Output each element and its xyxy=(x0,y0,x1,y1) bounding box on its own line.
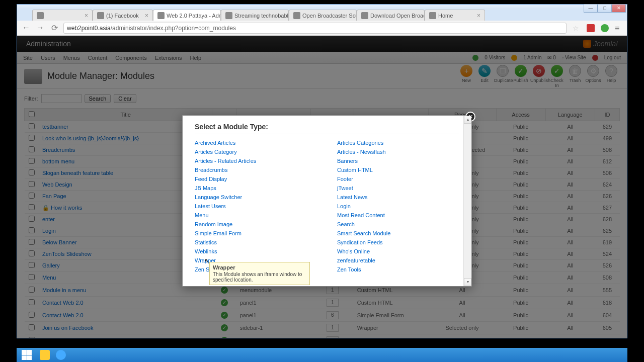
module-type-link[interactable]: Articles - Related Articles xyxy=(195,156,317,165)
browser-tab[interactable]: Download Open Broadca× xyxy=(357,10,425,21)
taskbar-item[interactable] xyxy=(37,349,53,361)
browser-tab[interactable]: (1) Facebook× xyxy=(93,10,153,21)
browser-window: — □ ✕ ×(1) Facebook×Web 2.0 Pattaya - Ad… xyxy=(17,4,627,338)
module-type-link[interactable]: Most Read Content xyxy=(337,211,459,220)
module-type-link[interactable]: Who's Online xyxy=(337,247,459,256)
extension-icon[interactable] xyxy=(601,24,609,32)
module-type-link[interactable]: Search xyxy=(337,220,459,229)
browser-tab[interactable]: Home× xyxy=(425,10,485,21)
module-type-link[interactable]: Footer xyxy=(337,174,459,184)
module-type-link[interactable]: Custom HTML xyxy=(337,165,459,174)
bookmark-icon[interactable]: ☆ xyxy=(573,24,581,32)
windows-taskbar xyxy=(17,348,627,362)
window-minimize[interactable]: — xyxy=(584,4,598,13)
module-type-link[interactable]: zenfeaturetable xyxy=(337,256,459,265)
module-type-link[interactable]: Banners xyxy=(337,156,459,165)
module-type-link[interactable]: Menu xyxy=(195,211,317,220)
module-type-link[interactable]: jTweet xyxy=(337,184,459,193)
select-module-modal: ✕ ▴ ▾ Select a Module Type: Archived Art… xyxy=(182,115,472,287)
module-type-link[interactable]: Breadcrumbs xyxy=(195,165,317,174)
module-type-link[interactable]: Articles Categories xyxy=(337,138,459,147)
module-type-link[interactable]: Weblinks xyxy=(195,247,317,256)
chrome-menu-icon[interactable]: ≡ xyxy=(615,24,623,32)
module-type-link[interactable]: Simple Email Form xyxy=(195,229,317,238)
modal-title: Select a Module Type: xyxy=(195,123,459,134)
browser-tab[interactable]: × xyxy=(32,10,93,21)
tab-close-icon[interactable]: × xyxy=(477,12,480,19)
module-type-link[interactable]: Smart Search Module xyxy=(337,229,459,238)
taskbar-item[interactable] xyxy=(53,349,69,361)
wrapper-tooltip: Wrapper This Module shows an iframe wind… xyxy=(209,262,310,285)
url-input[interactable]: web2point0.asia/administrator/index.php?… xyxy=(63,23,567,34)
tab-strip: ×(1) Facebook×Web 2.0 Pattaya - Admin×St… xyxy=(17,9,627,21)
start-button[interactable] xyxy=(17,348,37,362)
scroll-down[interactable]: ▾ xyxy=(464,278,471,286)
module-type-link[interactable]: Language Switcher xyxy=(195,193,317,202)
scroll-up[interactable]: ▴ xyxy=(464,116,471,124)
tab-close-icon[interactable]: × xyxy=(145,12,148,19)
reload-button[interactable]: ⟳ xyxy=(49,23,59,33)
module-type-link[interactable]: Random Image xyxy=(195,220,317,229)
module-type-link[interactable]: Statistics xyxy=(195,238,317,247)
module-type-link[interactable]: JB Maps xyxy=(195,184,317,193)
address-bar: ← → ⟳ web2point0.asia/administrator/inde… xyxy=(17,21,627,36)
module-type-link[interactable]: Syndication Feeds xyxy=(337,238,459,247)
tab-close-icon[interactable]: × xyxy=(85,12,88,19)
abp-icon[interactable] xyxy=(587,24,595,32)
forward-button[interactable]: → xyxy=(35,23,45,33)
module-type-link[interactable]: Articles Category xyxy=(195,147,317,156)
module-type-link[interactable]: Articles - Newsflash xyxy=(337,147,459,156)
window-close[interactable]: ✕ xyxy=(612,4,626,13)
browser-tab[interactable]: Streaming technobabble× xyxy=(221,10,289,21)
module-type-link[interactable]: Latest News xyxy=(337,193,459,202)
module-type-link[interactable]: Zen Tools xyxy=(337,265,459,274)
module-type-link[interactable]: Latest Users xyxy=(195,202,317,211)
module-type-link[interactable]: Feed Display xyxy=(195,174,317,184)
module-type-link[interactable]: Archived Articles xyxy=(195,138,317,147)
browser-tab[interactable]: Web 2.0 Pattaya - Admin× xyxy=(153,10,221,21)
browser-tab[interactable]: Open Broadcaster Softw× xyxy=(289,10,357,21)
module-type-link[interactable]: Login xyxy=(337,202,459,211)
window-maximize[interactable]: □ xyxy=(598,4,612,13)
back-button[interactable]: ← xyxy=(21,23,31,33)
